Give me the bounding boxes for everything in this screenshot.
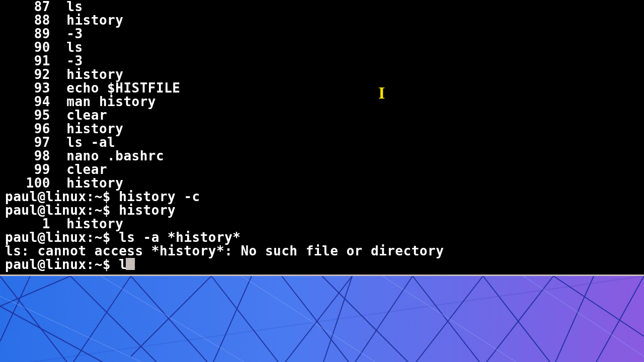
history-command: history (50, 176, 123, 190)
prompt-line[interactable]: paul@linux:~$ l (0, 258, 644, 272)
history-number: 92 (5, 68, 50, 81)
history-number: 89 (5, 27, 50, 41)
history-line: 93 echo $HISTFILE (0, 81, 644, 95)
svg-rect-0 (0, 276, 644, 362)
history-line: 94 man history (0, 95, 644, 109)
prompt-line: paul@linux:~$ history -c (0, 190, 644, 204)
history-number: 97 (5, 136, 50, 149)
block-cursor (126, 258, 135, 270)
shell-prompt: paul@linux:~$ (5, 230, 119, 245)
shell-command: history -c (119, 189, 200, 204)
history-command: ls -al (50, 136, 115, 149)
history-number: 91 (5, 54, 50, 68)
error-output: ls: cannot access *history*: No such fil… (0, 244, 644, 258)
prompt-line: paul@linux:~$ ls -a *history* (0, 231, 644, 244)
history-command: history (50, 122, 123, 136)
history-line: 1 history (0, 217, 644, 231)
history-line: 97 ls -al (0, 136, 644, 149)
history-number: 99 (5, 163, 50, 176)
history-command: -3 (50, 27, 83, 41)
history-number: 96 (5, 122, 50, 136)
history-line: 99 clear (0, 163, 644, 176)
prompt-line: paul@linux:~$ history (0, 204, 644, 217)
history-number: 88 (5, 14, 50, 27)
history-line: 95 clear (0, 109, 644, 122)
history-line: 87 ls (0, 0, 644, 14)
history-command: history (50, 14, 123, 27)
history-command: -3 (50, 54, 83, 68)
terminal-scrollback: 87 ls88 history89 -390 ls91 -392 history… (0, 0, 644, 272)
shell-prompt: paul@linux:~$ (5, 189, 119, 204)
history-command: ls (50, 0, 83, 14)
history-number: 100 (5, 176, 50, 190)
history-command: man history (50, 95, 156, 109)
history-line: 92 history (0, 68, 644, 81)
history-number: 94 (5, 95, 50, 109)
shell-command: ls -a *history* (119, 230, 240, 245)
history-line: 89 -3 (0, 27, 644, 41)
history-number: 95 (5, 109, 50, 122)
history-number: 87 (5, 0, 50, 14)
history-number: 98 (5, 149, 50, 163)
history-command: history (50, 217, 123, 231)
history-line: 90 ls (0, 41, 644, 54)
screen: 87 ls88 history89 -390 ls91 -392 history… (0, 0, 644, 362)
history-command: clear (50, 163, 107, 176)
history-line: 96 history (0, 122, 644, 136)
shell-prompt: paul@linux:~$ (5, 257, 119, 272)
terminal-window[interactable]: 87 ls88 history89 -390 ls91 -392 history… (0, 0, 644, 276)
history-command: ls (50, 41, 83, 54)
history-number: 93 (5, 81, 50, 95)
wallpaper-svg (0, 276, 644, 362)
history-line: 98 nano .bashrc (0, 149, 644, 163)
history-number: 1 (5, 217, 50, 231)
desktop-wallpaper (0, 276, 644, 362)
history-command: nano .bashrc (50, 149, 164, 163)
shell-prompt: paul@linux:~$ (5, 203, 119, 218)
history-command: history (50, 68, 123, 81)
history-line: 88 history (0, 14, 644, 27)
history-number: 90 (5, 41, 50, 54)
history-line: 100 history (0, 176, 644, 190)
history-line: 91 -3 (0, 54, 644, 68)
shell-command: history (119, 203, 176, 218)
history-command: clear (50, 109, 107, 122)
history-command: echo $HISTFILE (50, 81, 180, 95)
